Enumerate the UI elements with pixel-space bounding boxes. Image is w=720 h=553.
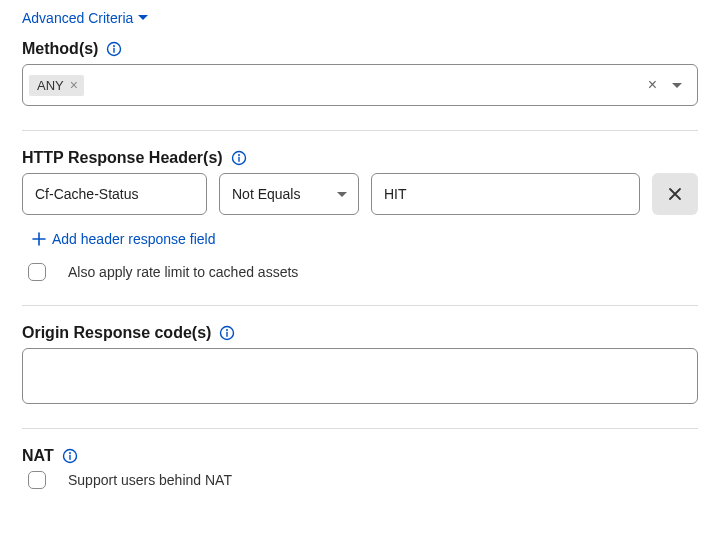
origin-codes-label: Origin Response code(s)	[22, 324, 211, 342]
nat-checkbox-label: Support users behind NAT	[68, 472, 232, 488]
svg-point-7	[226, 329, 228, 331]
plus-icon	[32, 232, 46, 246]
methods-label: Method(s)	[22, 40, 98, 58]
svg-rect-8	[227, 332, 228, 337]
svg-point-10	[69, 452, 71, 454]
header-operator-select[interactable]: Not Equals	[219, 173, 359, 215]
clear-all-icon[interactable]: ×	[642, 76, 663, 94]
close-icon	[667, 186, 683, 202]
divider	[22, 305, 698, 306]
remove-header-button[interactable]	[652, 173, 698, 215]
svg-point-1	[113, 45, 115, 47]
nat-checkbox[interactable]	[28, 471, 46, 489]
chip-remove-icon[interactable]: ×	[70, 78, 78, 92]
methods-multiselect[interactable]: ANY × ×	[22, 64, 698, 106]
method-chip-label: ANY	[37, 78, 64, 93]
response-headers-label: HTTP Response Header(s)	[22, 149, 223, 167]
svg-point-4	[238, 154, 240, 156]
method-chip: ANY ×	[29, 75, 84, 96]
info-icon[interactable]	[62, 448, 78, 464]
nat-label: NAT	[22, 447, 54, 465]
svg-rect-11	[69, 455, 70, 460]
advanced-criteria-toggle[interactable]: Advanced Criteria	[22, 10, 149, 26]
info-icon[interactable]	[219, 325, 235, 341]
info-icon[interactable]	[231, 150, 247, 166]
header-name-input[interactable]	[22, 173, 207, 215]
svg-rect-5	[238, 157, 239, 162]
divider	[22, 428, 698, 429]
chevron-down-icon	[336, 186, 348, 202]
caret-down-icon	[137, 14, 149, 22]
cache-assets-checkbox[interactable]	[28, 263, 46, 281]
chevron-down-icon[interactable]	[667, 77, 691, 93]
header-value-input[interactable]	[371, 173, 640, 215]
add-header-link[interactable]: Add header response field	[32, 231, 215, 247]
advanced-criteria-label: Advanced Criteria	[22, 10, 133, 26]
divider	[22, 130, 698, 131]
header-operator-value: Not Equals	[232, 186, 330, 202]
origin-codes-input[interactable]	[22, 348, 698, 404]
add-header-label: Add header response field	[52, 231, 215, 247]
svg-rect-2	[114, 48, 115, 53]
info-icon[interactable]	[106, 41, 122, 57]
cache-assets-label: Also apply rate limit to cached assets	[68, 264, 298, 280]
